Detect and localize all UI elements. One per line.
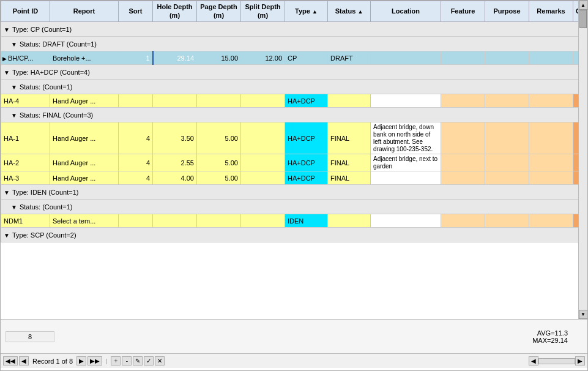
table-row[interactable]: ▶BH/CP...Borehole +...129.1415.0012.00CP… xyxy=(1,51,588,65)
point-id-text: HA-2 xyxy=(4,159,19,167)
table-body: ▼Type: CP (Count=1)▼Status: DRAFT (Count… xyxy=(1,22,588,242)
sort-cell: 4 xyxy=(119,154,153,171)
status-cell: FINAL xyxy=(328,171,371,185)
split-depth-cell xyxy=(241,171,285,185)
table-row[interactable]: HA-3Hand Auger ...44.005.00HA+DCPFINAL xyxy=(1,171,588,185)
group-header-row[interactable]: ▼Status: (Count=1) xyxy=(1,200,588,214)
header-row: Point ID Report Sort Hole Depth (m) Page… xyxy=(1,1,588,22)
table-scroll-area[interactable]: Point ID Report Sort Hole Depth (m) Page… xyxy=(1,1,587,319)
nav-next-btn[interactable]: ▶ xyxy=(76,356,86,365)
footer-avg: AVG=11.3 xyxy=(537,329,570,337)
row-arrow-cell: HA-4 xyxy=(1,94,50,108)
point-id-text: HA-4 xyxy=(4,97,19,105)
group-header-row[interactable]: ▼Type: CP (Count=1) xyxy=(1,22,588,37)
report-cell: Borehole +... xyxy=(50,51,119,65)
report-cell: Hand Auger ... xyxy=(50,154,119,171)
report-cell: Select a tem... xyxy=(50,214,119,228)
nav-cancel-btn[interactable]: ✕ xyxy=(155,356,165,365)
purpose-cell xyxy=(485,171,529,185)
page-depth-cell: 5.00 xyxy=(197,171,241,185)
report-cell: Hand Auger ... xyxy=(50,171,119,185)
nav-prev-btn[interactable]: ◀ xyxy=(19,356,29,365)
split-depth-cell xyxy=(241,122,285,154)
col-header-pointid[interactable]: Point ID xyxy=(1,1,50,22)
table-row[interactable]: NDM1Select a tem...IDEN xyxy=(1,214,588,228)
group-header-row[interactable]: ▼Type: IDEN (Count=1) xyxy=(1,185,588,200)
split-depth-cell xyxy=(241,94,285,108)
scroll-up-btn[interactable]: ▲ xyxy=(579,1,588,10)
nav-last-btn[interactable]: ▶▶ xyxy=(87,356,102,365)
col-header-purpose[interactable]: Purpose xyxy=(485,1,529,22)
footer-count: 8 xyxy=(6,331,54,342)
purpose-cell xyxy=(485,214,529,228)
hole-depth-cell: 2.55 xyxy=(153,154,197,171)
remarks-cell xyxy=(529,122,573,154)
hole-depth-cell: 4.00 xyxy=(153,171,197,185)
scroll-down-btn[interactable]: ▼ xyxy=(579,310,588,319)
point-id-text: HA-3 xyxy=(4,174,19,182)
vertical-scrollbar[interactable]: ▲ ▼ xyxy=(578,1,587,319)
remarks-cell xyxy=(529,51,573,65)
sort-cell: 4 xyxy=(119,171,153,185)
scroll-track-v[interactable] xyxy=(579,10,587,310)
status-cell xyxy=(328,214,371,228)
col-header-pagedepth[interactable]: Page Depth (m) xyxy=(197,1,241,22)
report-cell: Hand Auger ... xyxy=(50,94,119,108)
col-header-type[interactable]: Type ▲ xyxy=(285,1,328,22)
feature-cell xyxy=(441,214,485,228)
row-arrow-cell: HA-1 xyxy=(1,122,50,154)
sort-cell: 4 xyxy=(119,122,153,154)
sort-cell: 1 xyxy=(119,51,153,65)
hole-depth-cell xyxy=(153,214,197,228)
type-cell: CP xyxy=(285,51,328,65)
point-id-text: BH/CP... xyxy=(8,54,33,62)
hscroll-right-btn[interactable]: ▶ xyxy=(575,356,585,365)
remarks-cell xyxy=(529,214,573,228)
page-depth-cell: 5.00 xyxy=(197,122,241,154)
location-cell xyxy=(371,171,441,185)
hscroll-left-btn[interactable]: ◀ xyxy=(529,356,538,365)
nav-edit-btn[interactable]: ✎ xyxy=(133,356,143,365)
nav-confirm-btn[interactable]: ✓ xyxy=(144,356,154,365)
point-id-text: NDM1 xyxy=(4,217,23,225)
group-header-row[interactable]: ▼Type: SCP (Count=2) xyxy=(1,228,588,242)
hole-depth-cell: 3.50 xyxy=(153,122,197,154)
table-row[interactable]: HA-2Hand Auger ...42.555.00HA+DCPFINALAd… xyxy=(1,154,588,171)
grid-container: Point ID Report Sort Hole Depth (m) Page… xyxy=(0,0,588,371)
status-cell: DRAFT xyxy=(328,51,371,65)
group-header-row[interactable]: ▼Status: DRAFT (Count=1) xyxy=(1,37,588,51)
col-header-location[interactable]: Location xyxy=(371,1,441,22)
location-cell xyxy=(371,94,441,108)
nav-first-btn[interactable]: ◀◀ xyxy=(3,356,18,365)
group-header-row[interactable]: ▼Status: FINAL (Count=3) xyxy=(1,108,588,122)
group-header-row[interactable]: ▼Status: (Count=1) xyxy=(1,80,588,94)
location-cell xyxy=(371,214,441,228)
feature-cell xyxy=(441,171,485,185)
col-header-report[interactable]: Report xyxy=(50,1,119,22)
split-depth-cell xyxy=(241,214,285,228)
sort-cell xyxy=(119,94,153,108)
group-header-row[interactable]: ▼Type: HA+DCP (Count=4) xyxy=(1,65,588,80)
purpose-cell xyxy=(485,94,529,108)
col-header-splitdepth[interactable]: Split Depth (m) xyxy=(241,1,285,22)
col-header-feature[interactable]: Feature xyxy=(441,1,485,22)
scroll-thumb-v[interactable] xyxy=(579,10,587,28)
table-row[interactable]: HA-1Hand Auger ...43.505.00HA+DCPFINALAd… xyxy=(1,122,588,154)
feature-cell xyxy=(441,122,485,154)
col-header-sort[interactable]: Sort xyxy=(119,1,153,22)
nav-delete-btn[interactable]: - xyxy=(122,356,132,365)
hscroll-track[interactable] xyxy=(538,358,575,364)
type-cell: HA+DCP xyxy=(285,171,328,185)
footer-max: MAX=29.14 xyxy=(532,337,570,344)
remarks-cell xyxy=(529,154,573,171)
table-row[interactable]: HA-4Hand Auger ...HA+DCP xyxy=(1,94,588,108)
status-cell xyxy=(328,94,371,108)
feature-cell xyxy=(441,51,485,65)
nav-record-text: Record 1 of 8 xyxy=(32,358,73,365)
footer-row: 8 AVG=11.3 MAX=29.14 xyxy=(6,329,582,344)
nav-add-btn[interactable]: + xyxy=(111,356,121,365)
split-depth-cell: 12.00 xyxy=(241,51,285,65)
col-header-holedepth[interactable]: Hole Depth (m) xyxy=(153,1,197,22)
col-header-remarks[interactable]: Remarks xyxy=(529,1,573,22)
col-header-status[interactable]: Status ▲ xyxy=(328,1,371,22)
